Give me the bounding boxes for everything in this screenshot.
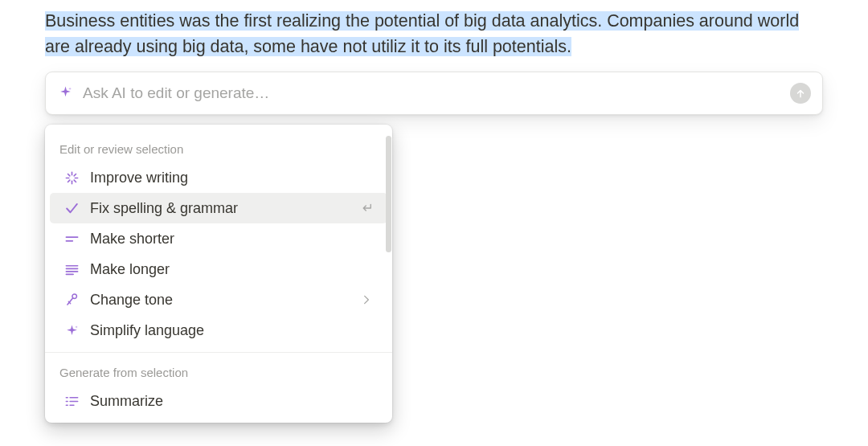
check-icon [63,199,80,217]
selected-text: Business entities was the first realizin… [45,11,799,56]
menu-divider [45,352,392,353]
ai-prompt-input[interactable] [83,84,790,102]
menu-label: Change tone [90,292,358,309]
menu-label: Make longer [90,261,375,278]
menu-item-fix-spelling-grammar[interactable]: Fix spelling & grammar [50,193,387,223]
section-header-generate: Generate from selection [45,359,392,386]
ai-actions-menu: Edit or review selection Improve writing [45,125,392,423]
svg-line-7 [68,180,69,182]
menu-item-summarize[interactable]: Summarize [50,386,387,416]
burst-icon [63,169,80,186]
menu-item-make-shorter[interactable]: Make shorter [50,223,387,254]
menu-label: Make shorter [90,231,375,248]
short-lines-icon [63,230,80,248]
menu-label: Simplify language [90,322,375,339]
scrollbar[interactable] [386,136,391,252]
menu-label: Summarize [90,393,375,410]
sparkle-icon [63,321,80,339]
send-button[interactable] [790,83,811,104]
selected-text-block[interactable]: Business entities was the first realizin… [45,8,823,60]
chevron-right-icon [358,292,375,308]
svg-line-6 [74,174,76,175]
sparkle-icon [57,85,73,101]
menu-item-improve-writing[interactable]: Improve writing [50,162,387,193]
menu-label: Fix spelling & grammar [90,200,358,217]
ai-prompt-box[interactable] [45,72,823,115]
long-lines-icon [63,260,80,278]
arrow-up-icon [795,88,806,99]
menu-label: Improve writing [90,170,375,186]
menu-item-make-longer[interactable]: Make longer [50,254,387,284]
microphone-icon [63,291,80,309]
enter-icon [358,200,375,216]
menu-item-change-tone[interactable]: Change tone [50,284,387,315]
svg-line-4 [68,174,69,175]
menu-item-simplify-language[interactable]: Simplify language [50,315,387,346]
section-header-edit: Edit or review selection [45,136,392,162]
svg-line-5 [74,180,76,182]
summarize-icon [63,392,80,410]
